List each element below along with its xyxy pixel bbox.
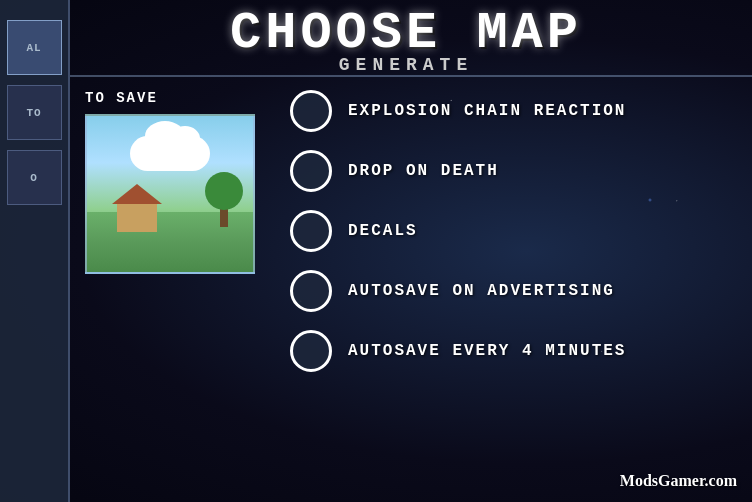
radio-autosave-timer[interactable] [290, 330, 332, 372]
ground-decoration [87, 212, 253, 272]
tree-decoration [220, 202, 228, 227]
option-row-explosion[interactable]: EXPLOSION CHAIN REACTION [290, 90, 732, 132]
options-panel: EXPLOSION CHAIN REACTION DROP ON DEATH D… [270, 80, 752, 502]
left-sidebar: AL TO O [0, 0, 70, 502]
sidebar-item-al[interactable]: AL [7, 20, 62, 75]
option-row-autosave-ad[interactable]: AUTOSAVE ON ADVERTISING [290, 270, 732, 312]
option-row-decals[interactable]: DECALS [290, 210, 732, 252]
option-label-drop: DROP ON DEATH [348, 162, 499, 180]
preview-image [85, 114, 255, 274]
option-label-explosion: EXPLOSION CHAIN REACTION [348, 102, 626, 120]
option-row-autosave-timer[interactable]: AUTOSAVE EVERY 4 MINUTES [290, 330, 732, 372]
cloud-decoration [130, 136, 210, 171]
sidebar-item-o[interactable]: O [7, 150, 62, 205]
sidebar-item-to[interactable]: TO [7, 85, 62, 140]
option-label-decals: DECALS [348, 222, 418, 240]
main-content: TO SAVE EXPLOSION CHAIN REACTION DROP ON… [70, 80, 752, 502]
main-title: CHOOSE MAP [80, 8, 732, 60]
option-row-drop[interactable]: DROP ON DEATH [290, 150, 732, 192]
preview-panel: TO SAVE [70, 80, 270, 502]
radio-decals[interactable] [290, 210, 332, 252]
subtitle: GENERATE [80, 55, 732, 75]
house-decoration [117, 202, 157, 232]
option-label-autosave-ad: AUTOSAVE ON ADVERTISING [348, 282, 615, 300]
watermark: ModsGamer.com [620, 472, 737, 490]
autosave-label: TO SAVE [85, 90, 255, 106]
radio-autosave-ad[interactable] [290, 270, 332, 312]
option-label-autosave-timer: AUTOSAVE EVERY 4 MINUTES [348, 342, 626, 360]
title-container: CHOOSE MAP GENERATE [80, 8, 732, 75]
radio-explosion[interactable] [290, 90, 332, 132]
game-screen: AL TO O CHOOSE MAP GENERATE TO SAVE [0, 0, 752, 502]
radio-drop[interactable] [290, 150, 332, 192]
